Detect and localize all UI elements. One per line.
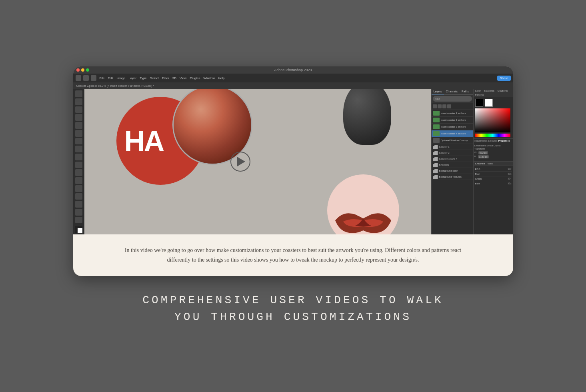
ps-transform-w-row: W: 622 px [474,151,512,154]
ps-menu-layer[interactable]: Layer [128,76,136,80]
ps-menu-filter[interactable]: Filter [162,76,169,80]
ps-layer-item-3[interactable]: Insert coaster 3 art here [432,124,473,130]
ps-minimize-dot[interactable] [81,68,84,72]
ps-folder-name-34: Coasters 3 and 4 [439,158,458,160]
ps-search-box[interactable]: Kind [433,96,472,102]
ps-background-swatch[interactable] [485,99,493,107]
ps-folder-bg-color[interactable]: Background color [432,168,473,174]
ps-tool-clone[interactable] [75,146,82,152]
ps-tool-eraser[interactable] [75,162,82,168]
ps-props-tab[interactable]: Properties [498,140,510,142]
ps-layers-controls [432,103,473,110]
description-text: In this video we're going to go over how… [121,246,465,265]
ps-share-button[interactable]: Share [497,76,510,81]
ps-lock-icon[interactable] [433,104,437,108]
ps-menu-help[interactable]: Help [218,76,224,80]
ps-folder-name-bg-color: Background color [439,170,458,172]
ps-background-color[interactable] [78,228,82,233]
ps-channel-red-key: ⌘3 [508,172,511,175]
ps-tool-dodge[interactable] [75,177,82,184]
ps-channel-green[interactable]: Green ⌘4 [475,176,512,181]
ps-right-tab-swatches[interactable]: Swatches [482,89,496,93]
ps-channels-tab-label[interactable]: Channels [475,162,485,165]
ps-close-dot[interactable] [76,68,80,72]
ps-adj-tab[interactable]: Adjustments [474,140,488,142]
ps-folder-shadows[interactable]: Shadows [432,162,473,168]
ps-folder-coasters34[interactable]: Coasters 3 and 4 [432,156,473,162]
ps-layer-thumb-2 [433,118,440,122]
ps-menu-edit[interactable]: Edit [108,76,113,80]
ps-menu-window[interactable]: Window [203,76,214,80]
ps-layers-tab[interactable]: Layers [432,89,444,94]
ps-menu-view[interactable]: View [180,76,186,80]
ps-h-value[interactable]: 1163 px [478,155,489,158]
ps-lib-tab[interactable]: Libraries [488,140,498,142]
ps-w-value[interactable]: 622 px [478,151,488,154]
ps-layer-thumb-3 [433,124,440,129]
ps-menu-plugins[interactable]: Plugins [190,76,200,80]
ps-tool-brush[interactable] [75,138,82,145]
ps-layer-item-1[interactable]: Insert coaster 1 art here [432,110,473,117]
ps-color-gradient[interactable] [475,108,510,132]
ps-tool-select[interactable] [75,98,82,105]
ps-properties-content: Embedded Smart Object Transform W: 622 p… [474,143,512,160]
ps-tool-zoom[interactable] [75,217,82,224]
ps-blend-icon[interactable] [447,104,451,108]
ps-channel-green-label: Green [475,178,482,180]
ps-layer-item-shadow[interactable]: Optional Shadow Overlay [432,137,473,144]
ps-tool-lasso[interactable] [75,106,82,113]
ps-menu-file[interactable]: File [100,76,105,80]
photoshop-mockup: Adobe Photoshop 2023 File Edit Image Lay… [73,66,513,234]
ps-folder-coaster1[interactable]: Coaster 1 [432,144,473,150]
ps-tool-move[interactable] [75,90,82,97]
ps-foreground-color[interactable] [75,226,82,233]
ps-tool-crop[interactable] [75,114,82,121]
ps-canvas: HA [84,89,431,234]
ps-opacity-icon[interactable] [438,104,442,108]
ps-fill-icon[interactable] [442,104,446,108]
ps-channel-blue[interactable]: Blue ⌘5 [475,181,512,186]
ps-tool-heal[interactable] [75,130,82,137]
ps-layer-item-2[interactable]: Insert coaster 2 art here [432,117,473,124]
ps-folder-coaster2[interactable]: Coaster 2 [432,150,473,156]
ps-tool-type[interactable] [75,193,82,200]
ps-w-label: W: [474,151,477,154]
ps-right-tab-color[interactable]: Color [474,89,482,93]
canvas-content: HA [84,89,431,234]
ps-channel-rgb[interactable]: RGB ⌘2 [475,167,512,172]
ps-traffic-lights [76,68,89,72]
ps-tool-eyedropper[interactable] [75,122,82,129]
play-button[interactable] [230,152,250,172]
ps-folder-icon-bg-color [433,169,438,173]
ps-ch-tabs: Channels Paths [474,162,513,166]
ps-toolbar-icon-3 [91,75,96,81]
ps-tool-hand[interactable] [75,209,82,216]
ps-right-tab-patterns[interactable]: Patterns [474,93,486,97]
ps-tool-pen[interactable] [75,185,82,192]
ps-channels-tab[interactable]: Channels [444,89,460,94]
ps-channel-red[interactable]: Red ⌘3 [475,172,512,176]
ps-right-tab-gradients[interactable]: Gradients [496,89,510,93]
ps-menu-image[interactable]: Image [116,76,125,80]
ps-window-title: Adobe Photoshop 2023 [274,68,312,72]
ps-tool-shape[interactable] [75,201,82,208]
ps-color-spectrum[interactable] [475,134,510,137]
ps-maximize-dot[interactable] [86,68,89,72]
ps-folder-bg-textures[interactable]: Background Textures [432,174,473,180]
ps-menu-select[interactable]: Select [150,76,159,80]
ps-foreground-swatch[interactable] [475,99,483,107]
ps-tool-history[interactable] [75,154,82,160]
ps-tool-gradient[interactable] [75,169,82,176]
ps-menu-3d[interactable]: 3D [172,76,176,80]
ps-folder-icon-bg-textures [433,175,438,179]
ps-menu-type[interactable]: Type [140,76,146,80]
ps-adj-tabs: Adjustments Libraries Properties [474,140,512,143]
ps-paths-tab-label[interactable]: Paths [487,162,493,165]
ps-layer-item-4[interactable]: Insert coaster 4 art here [432,130,473,137]
ps-layers-search-area: Kind [432,95,473,103]
ps-tools-panel [73,89,84,234]
ps-toolbar-icons [76,75,96,81]
ps-paths-tab[interactable]: Paths [460,89,471,94]
ps-search-kind: Kind [435,98,440,100]
ps-right-tabs: Color Swatches Gradients Patterns [474,89,513,97]
